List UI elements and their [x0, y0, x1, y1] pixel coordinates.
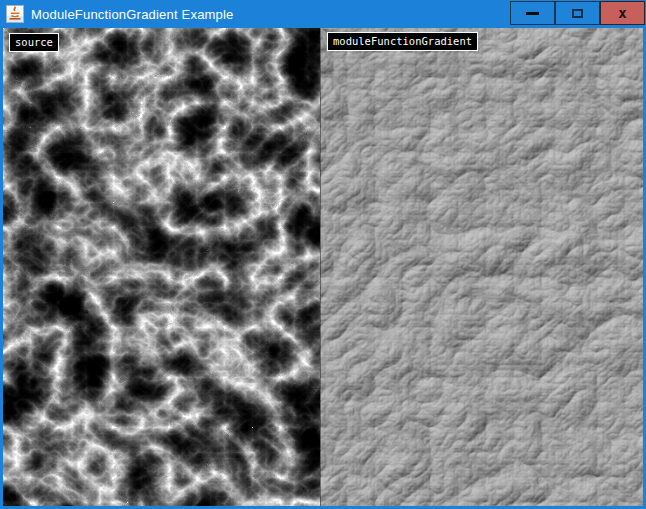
titlebar[interactable]: ModuleFunctionGradient Example x: [0, 0, 646, 28]
source-label: source: [9, 33, 59, 52]
source-panel: source: [3, 28, 320, 506]
close-button[interactable]: x: [600, 1, 645, 25]
maximize-button[interactable]: [555, 1, 600, 25]
minimize-button[interactable]: [510, 1, 555, 25]
content-area: source moduleFunctionGradient: [0, 28, 646, 509]
gradient-image: [320, 28, 643, 506]
gradient-label: moduleFunctionGradient: [327, 32, 478, 51]
close-icon: x: [618, 6, 626, 20]
java-coffee-cup-icon[interactable]: [6, 5, 24, 23]
panel-divider: [320, 28, 321, 506]
source-image: [3, 28, 320, 506]
window: ModuleFunctionGradient Example x: [0, 0, 646, 509]
maximize-icon: [572, 9, 583, 18]
gradient-panel: moduleFunctionGradient: [320, 28, 643, 506]
window-controls: x: [510, 1, 645, 25]
window-title: ModuleFunctionGradient Example: [31, 7, 234, 22]
minimize-icon: [526, 12, 539, 15]
